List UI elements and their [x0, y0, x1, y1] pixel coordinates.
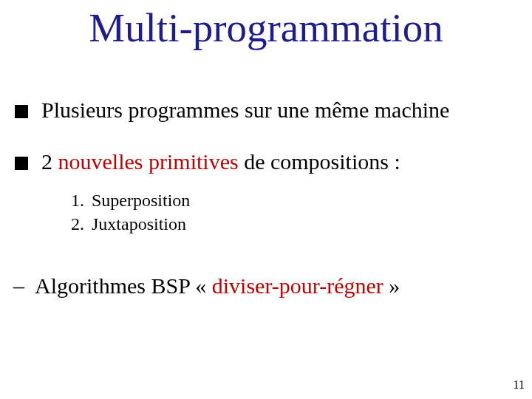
text-fragment: 2 [41, 149, 58, 174]
dash-bullet-item: – Algorithmes BSP « diviser-pour-régner … [15, 272, 517, 300]
square-bullet-icon [15, 105, 28, 118]
bullet-item: Plusieurs programmes sur une même machin… [15, 96, 517, 124]
highlighted-text: nouvelles primitives [58, 149, 239, 174]
bullet-text: Plusieurs programmes sur une même machin… [41, 96, 449, 124]
text-fragment: » [383, 273, 400, 298]
page-number: 11 [514, 378, 525, 392]
list-number: 1. [71, 188, 92, 212]
list-item: 2. Juxtaposition [71, 212, 517, 236]
list-number: 2. [71, 212, 92, 236]
slide-body: Plusieurs programmes sur une même machin… [15, 96, 517, 299]
square-bullet-icon [15, 157, 28, 170]
slide: Multi-programmation Plusieurs programmes… [0, 0, 532, 399]
list-text: Superposition [92, 188, 190, 212]
highlighted-text: diviser-pour-régner [212, 273, 383, 298]
bullet-text: 2 nouvelles primitives de compositions : [41, 148, 400, 176]
slide-title: Multi-programmation [0, 4, 532, 51]
bullet-text: Algorithmes BSP « diviser-pour-régner » [35, 272, 400, 300]
bullet-item: 2 nouvelles primitives de compositions : [15, 148, 517, 176]
list-text: Juxtaposition [92, 212, 186, 236]
list-item: 1. Superposition [71, 188, 517, 212]
text-fragment: Algorithmes BSP « [35, 273, 212, 298]
dash-icon: – [13, 272, 24, 300]
numbered-sublist: 1. Superposition 2. Juxtaposition [71, 188, 517, 236]
text-fragment: de compositions : [239, 149, 400, 174]
